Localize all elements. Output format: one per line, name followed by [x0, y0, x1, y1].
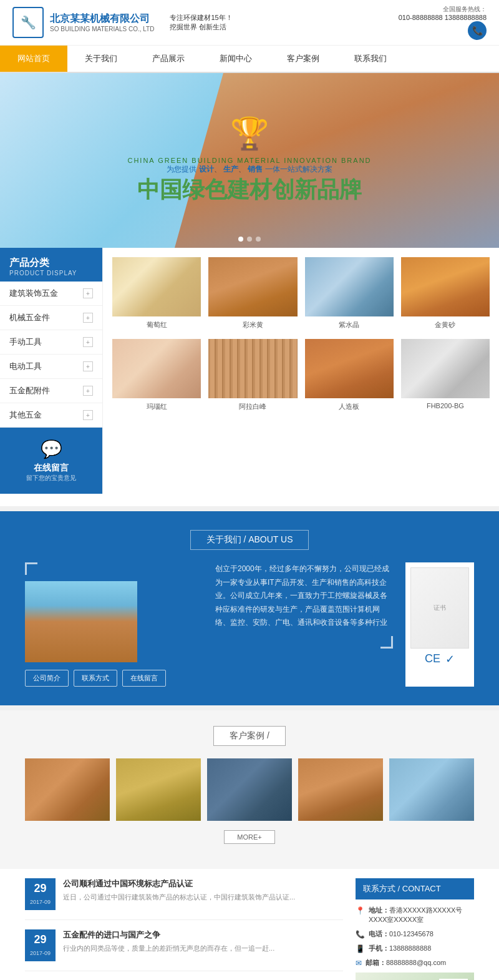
case-item-5[interactable]: [389, 758, 474, 821]
product-name: 阿拉白峰: [208, 402, 297, 411]
news-content-1: 公司顺利通过中国环境标志产品认证 近日，公司通过中国行建筑装饰产品的标志认证，中…: [63, 878, 295, 903]
sidebar-title: 产品分类: [9, 257, 93, 270]
logo-text: 北京某某机械有限公司 SO BUILDING MATERIALS CO., LT…: [50, 12, 154, 32]
news-year-2: 2017-09: [30, 950, 51, 956]
news-year-1: 2017-09: [30, 899, 51, 905]
product-item[interactable]: FHB200-BG: [401, 339, 490, 411]
more-button[interactable]: MORE+: [224, 830, 274, 844]
corner-br-icon: [380, 636, 393, 649]
hero-desc: 为您提供 设计、 生产、 销售 一体一站式解决方案: [127, 164, 371, 175]
product-item[interactable]: 彩米黄: [208, 257, 297, 330]
header-right: 全国服务热线： 010-88888888 13888888888 📞: [399, 5, 487, 40]
site-header: 🔧 北京某某机械有限公司 SO BUILDING MATERIALS CO., …: [0, 0, 499, 46]
news-day-2: 29: [30, 933, 51, 946]
sidebar-message[interactable]: 💬 在线留言 留下您的宝贵意见: [0, 428, 102, 494]
slogan-line1: 专注环保建材15年！: [170, 13, 232, 22]
cases-grid: [25, 758, 474, 821]
news-desc-1: 近日，公司通过中国行建筑装饰产品的标志认证，中国行建筑装饰产品认证...: [63, 892, 295, 903]
dot-2: [247, 237, 252, 242]
nav-item-about[interactable]: 关于我们: [67, 46, 135, 72]
sidebar-subtitle: PRODUCT DISPLAY: [9, 270, 93, 277]
news-day-1: 29: [30, 882, 51, 895]
products-layout: 产品分类 PRODUCT DISPLAY 建筑装饰五金 + 机械五金件 + 手动…: [0, 248, 499, 494]
contact-tel: 📞 电话：010-12345678: [356, 929, 474, 939]
case-item-1[interactable]: [25, 758, 110, 821]
mobile-icon: 📱: [356, 944, 365, 953]
product-name: FHB200-BG: [401, 402, 490, 409]
dot-1: [238, 237, 243, 242]
plus-icon: +: [83, 313, 93, 323]
message-sub: 留下您的宝贵意见: [11, 474, 91, 483]
product-item[interactable]: 玛瑙红: [112, 339, 201, 411]
sidebar-item-hardware[interactable]: 建筑装饰五金 +: [0, 282, 102, 306]
about-section: 关于我们 / ABOUT US 公司简介 联系方式 在线留言 创立于2000年，…: [0, 511, 499, 705]
sidebar-item-electric[interactable]: 电动工具 +: [0, 355, 102, 379]
sidebar-item-mechanical[interactable]: 机械五金件 +: [0, 306, 102, 330]
product-item[interactable]: 紫水晶: [305, 257, 394, 330]
nav-item-products[interactable]: 产品展示: [135, 46, 202, 72]
sidebar-header: 产品分类 PRODUCT DISPLAY: [0, 248, 102, 282]
about-section-title: 关于我们 / ABOUT US: [190, 530, 309, 550]
news-list: 29 2017-09 公司顺利通过中国环境标志产品认证 近日，公司通过中国行建筑…: [25, 878, 343, 980]
about-text: 创立于2000年，经过多年的不懈努力，公司现已经成为一家专业从事IT产品开发、生…: [215, 562, 393, 687]
logo-slogan: 专注环保建材15年！ 挖掘世界 创新生活: [170, 13, 232, 32]
logo-icon: 🔧: [12, 7, 44, 38]
certificate-image: 证书: [410, 567, 469, 649]
contact-title: 联系方式 / CONTACT: [356, 878, 474, 899]
company-name-en: SO BUILDING MATERIALS CO., LTD: [50, 26, 154, 32]
case-item-4[interactable]: [298, 758, 383, 821]
nav-item-contact[interactable]: 联系我们: [337, 46, 404, 72]
news-title-2[interactable]: 五金配件的进口与国产之争: [63, 929, 274, 941]
news-title-1[interactable]: 公司顺利通过中国环境标志产品认证: [63, 878, 295, 889]
product-item[interactable]: 葡萄红: [112, 257, 201, 330]
message-icon: 💬: [11, 439, 91, 459]
sidebar-item-accessories[interactable]: 五金配附件 +: [0, 379, 102, 403]
product-image-metal: [401, 339, 490, 398]
hotline-numbers: 010-88888888 13888888888: [399, 14, 487, 21]
contact-email-text: 邮箱：88888888@qq.com: [366, 958, 446, 968]
nav-item-news[interactable]: 新闻中心: [202, 46, 269, 72]
product-item[interactable]: 阿拉白峰: [208, 339, 297, 411]
section-divider: [0, 506, 499, 511]
contact-button[interactable]: 联系方式: [74, 670, 117, 687]
contact-mobile: 📱 手机：13888888888: [356, 944, 474, 953]
product-item[interactable]: 金黄砂: [401, 257, 490, 330]
contact-address-text: 地址：香港XXXXX路XXXXX号XXXX室XXXXX室: [369, 906, 474, 924]
products-section: 产品分类 PRODUCT DISPLAY 建筑装饰五金 + 机械五金件 + 手动…: [0, 248, 499, 506]
company-building-image: [25, 581, 137, 662]
cert-logos: CE ✓: [410, 652, 469, 666]
about-content: 公司简介 联系方式 在线留言 创立于2000年，经过多年的不懈努力，公司现已经成…: [25, 562, 474, 687]
product-name: 紫水晶: [305, 320, 394, 330]
case-item-3[interactable]: [207, 758, 292, 821]
product-image-marble: [112, 257, 201, 316]
news-item-2: 29 2017-09 五金配件的进口与国产之争 行业内的同类品等使，质量上的差距…: [25, 929, 343, 971]
hero-banner: 🏆 CHINA GREEN BUILDING MATERIAL INNOVATI…: [0, 73, 499, 248]
product-image-crystal: [305, 257, 394, 316]
phone-icon: 📞: [468, 21, 487, 40]
case-item-2[interactable]: [116, 758, 201, 821]
message-button[interactable]: 在线留言: [122, 670, 166, 687]
case-image-1: [25, 758, 110, 821]
about-left: 公司简介 联系方式 在线留言: [25, 562, 203, 687]
slogan-line2: 挖掘世界 创新生活: [170, 22, 232, 32]
about-title-wrapper: 关于我们 / ABOUT US: [25, 530, 474, 550]
about-buttons: 公司简介 联系方式 在线留言: [25, 670, 203, 687]
cases-section-title: 客户案例 /: [213, 726, 286, 746]
nav-item-home[interactable]: 网站首页: [0, 46, 67, 72]
product-image-wood3: [305, 339, 394, 398]
main-nav: 网站首页 关于我们 产品展示 新闻中心 客户案例 联系我们: [0, 46, 499, 73]
ce-logo: CE: [425, 652, 440, 666]
company-intro-button[interactable]: 公司简介: [25, 670, 69, 687]
map-area: 中建大厦 百度地图 ©2015 Baidu: [356, 973, 474, 980]
phone-icon: 📞: [356, 930, 365, 939]
sidebar-item-other[interactable]: 其他五金 +: [0, 403, 102, 428]
contact-address: 📍 地址：香港XXXXX路XXXXX号XXXX室XXXXX室: [356, 906, 474, 924]
contact-mobile-text: 手机：13888888888: [369, 944, 431, 953]
product-name: 玛瑙红: [112, 402, 201, 411]
sidebar-item-manual[interactable]: 手动工具 +: [0, 330, 102, 355]
plus-icon: +: [83, 361, 93, 371]
product-item[interactable]: 人造板: [305, 339, 394, 411]
logo-area: 🔧 北京某某机械有限公司 SO BUILDING MATERIALS CO., …: [12, 7, 233, 38]
nav-item-cases[interactable]: 客户案例: [269, 46, 337, 72]
news-desc-2: 行业内的同类品等使，质量上的差距悄无声息的而存在，但一追一赶...: [63, 943, 274, 954]
